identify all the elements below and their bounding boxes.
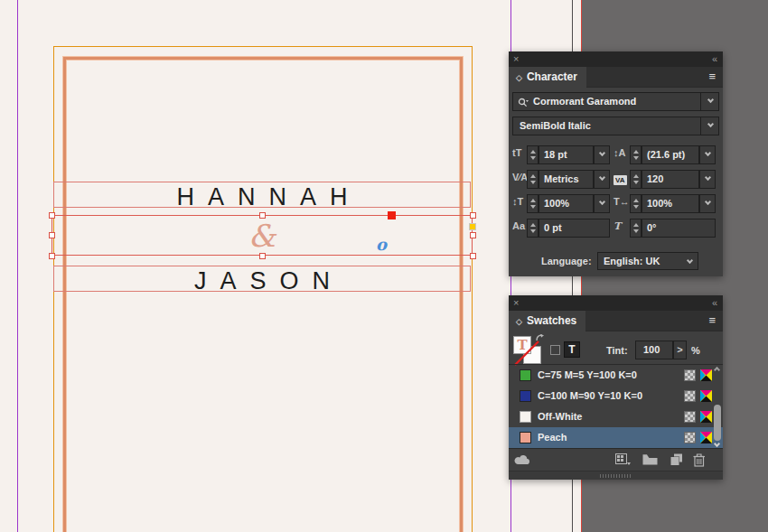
tracking-dropdown[interactable] bbox=[699, 170, 716, 189]
name-top-text[interactable]: HANNAH bbox=[54, 183, 470, 211]
swatch-chip bbox=[520, 369, 531, 381]
character-tabrow: ◇Character ≡ bbox=[509, 67, 723, 88]
tint-value-field[interactable]: 100 bbox=[635, 341, 673, 359]
handle-mid-left[interactable] bbox=[49, 232, 55, 238]
process-color-icon bbox=[684, 390, 696, 402]
skew-stepper[interactable] bbox=[630, 219, 642, 238]
character-panel: × « ◇Character ≡ Cormorant Garamond Semi… bbox=[509, 51, 723, 276]
skew-icon: T bbox=[613, 220, 621, 232]
swatch-name: Peach bbox=[538, 432, 567, 443]
handle-top-left[interactable] bbox=[49, 212, 55, 219]
char-row-baseline-skew: Aa 0 pt T 0° bbox=[512, 219, 719, 238]
language-value: English: UK bbox=[604, 256, 660, 266]
swatch-scrollbar[interactable] bbox=[713, 365, 723, 448]
panel-resize-grip[interactable] bbox=[509, 471, 723, 480]
panel-menu-icon[interactable]: ≡ bbox=[708, 313, 716, 327]
horizontal-scale-icon: T↔ bbox=[613, 196, 630, 207]
name-bottom-text[interactable]: JASON bbox=[54, 267, 470, 295]
swatch-row-peach[interactable]: Peach bbox=[509, 427, 723, 448]
cmyk-mode-icon bbox=[700, 369, 712, 381]
leading-value[interactable]: (21.6 pt) bbox=[642, 145, 699, 164]
swatch-row-blue[interactable]: C=100 M=90 Y=10 K=0 bbox=[509, 386, 723, 406]
swatch-row-offwhite[interactable]: Off-White bbox=[509, 406, 723, 427]
panel-toggle-icon: ◇ bbox=[516, 317, 522, 326]
swap-fill-stroke-icon[interactable] bbox=[536, 334, 545, 342]
baseline-shift-value[interactable]: 0 pt bbox=[539, 219, 610, 238]
baseline-shift-stepper[interactable] bbox=[527, 219, 539, 238]
chevron-down-icon bbox=[707, 97, 714, 103]
font-size-stepper[interactable] bbox=[527, 145, 539, 164]
tab-swatches[interactable]: ◇Swatches bbox=[509, 311, 585, 331]
font-style-field[interactable]: SemiBold Italic bbox=[512, 117, 719, 135]
font-family-field[interactable]: Cormorant Garamond bbox=[512, 92, 719, 111]
vertical-scale-dropdown[interactable] bbox=[594, 194, 610, 213]
blue-italic-o-glyph[interactable]: o bbox=[376, 235, 387, 254]
text-frame-hannah[interactable]: HANNAH bbox=[53, 182, 471, 208]
tracking-stepper[interactable] bbox=[630, 170, 642, 189]
font-size-value[interactable]: 18 pt bbox=[539, 145, 594, 164]
handle-bottom-left[interactable] bbox=[49, 253, 55, 259]
swatch-chip bbox=[520, 411, 531, 423]
collapse-icon[interactable]: « bbox=[712, 52, 717, 66]
swatch-chip bbox=[520, 432, 531, 443]
swatch-row-green[interactable]: C=75 M=5 Y=100 K=0 bbox=[509, 365, 723, 386]
kerning-stepper[interactable] bbox=[527, 170, 539, 189]
text-frame-jason[interactable]: JASON bbox=[53, 266, 471, 292]
fill-proxy-box[interactable]: T bbox=[513, 336, 531, 354]
handle-bottom-center[interactable] bbox=[259, 253, 266, 259]
swatch-views-icon[interactable] bbox=[615, 453, 631, 465]
tint-label: Tint: bbox=[606, 345, 628, 356]
scroll-up-icon[interactable] bbox=[714, 367, 720, 373]
formatting-affects-container-button[interactable] bbox=[550, 345, 560, 355]
panel-menu-icon[interactable]: ≡ bbox=[708, 70, 716, 83]
formatting-affects-text-button[interactable]: T bbox=[564, 341, 580, 358]
new-swatch-icon[interactable] bbox=[670, 453, 683, 466]
font-size-icon: tT bbox=[512, 147, 521, 158]
process-color-icon bbox=[684, 432, 696, 443]
scroll-thumb[interactable] bbox=[714, 405, 721, 441]
close-icon[interactable]: × bbox=[513, 52, 519, 66]
delete-swatch-icon[interactable] bbox=[693, 453, 706, 467]
font-style-dropdown[interactable] bbox=[700, 117, 718, 135]
font-size-dropdown[interactable] bbox=[594, 145, 610, 164]
vertical-scale-icon: ↕T bbox=[512, 196, 523, 207]
vertical-scale-stepper[interactable] bbox=[527, 194, 539, 213]
handle-top-center[interactable] bbox=[259, 212, 266, 219]
tint-slider-button[interactable]: > bbox=[673, 341, 687, 359]
swatches-panel-titlebar: × « bbox=[509, 295, 723, 311]
horizontal-scale-dropdown[interactable] bbox=[699, 194, 716, 213]
swatch-name: C=100 M=90 Y=10 K=0 bbox=[538, 390, 642, 401]
tracking-value[interactable]: 120 bbox=[642, 170, 699, 189]
ampersand-text[interactable]: & bbox=[52, 218, 473, 254]
swatches-panel: × « ◇Swatches ≡ T T Tint: 100 > % bbox=[509, 295, 723, 480]
cc-libraries-icon[interactable] bbox=[514, 453, 532, 466]
new-color-group-icon[interactable] bbox=[642, 453, 658, 465]
swatch-chip bbox=[520, 390, 531, 402]
close-icon[interactable]: × bbox=[513, 296, 519, 310]
horizontal-scale-stepper[interactable] bbox=[630, 194, 642, 213]
kerning-dropdown[interactable] bbox=[594, 170, 610, 189]
language-row: Language: English: UK bbox=[509, 252, 723, 271]
handle-bottom-right[interactable] bbox=[470, 253, 476, 259]
live-corner-widget[interactable] bbox=[469, 223, 476, 230]
handle-mid-right[interactable] bbox=[470, 232, 476, 238]
skew-value[interactable]: 0° bbox=[642, 219, 716, 238]
vertical-scale-value[interactable]: 100% bbox=[539, 194, 594, 213]
fill-stroke-proxy[interactable]: T bbox=[513, 336, 544, 367]
leading-dropdown[interactable] bbox=[699, 145, 716, 164]
scroll-down-icon[interactable] bbox=[714, 441, 720, 447]
horizontal-scale-value[interactable]: 100% bbox=[642, 194, 699, 213]
swatch-name: C=75 M=5 Y=100 K=0 bbox=[538, 369, 637, 380]
kerning-value[interactable]: Metrics bbox=[539, 170, 594, 189]
font-family-dropdown[interactable] bbox=[700, 93, 718, 110]
swatch-name: Off-White bbox=[538, 411, 582, 422]
language-select[interactable]: English: UK bbox=[597, 252, 698, 270]
collapse-icon[interactable]: « bbox=[712, 296, 717, 310]
handle-top-right[interactable] bbox=[470, 212, 476, 219]
column-guide-left[interactable] bbox=[17, 0, 18, 532]
tab-character[interactable]: ◇Character bbox=[509, 67, 586, 88]
selected-anchor-point[interactable] bbox=[388, 211, 396, 219]
font-style-value: SemiBold Italic bbox=[520, 117, 591, 135]
leading-stepper[interactable] bbox=[630, 145, 642, 164]
tint-percent-label: % bbox=[691, 345, 700, 356]
